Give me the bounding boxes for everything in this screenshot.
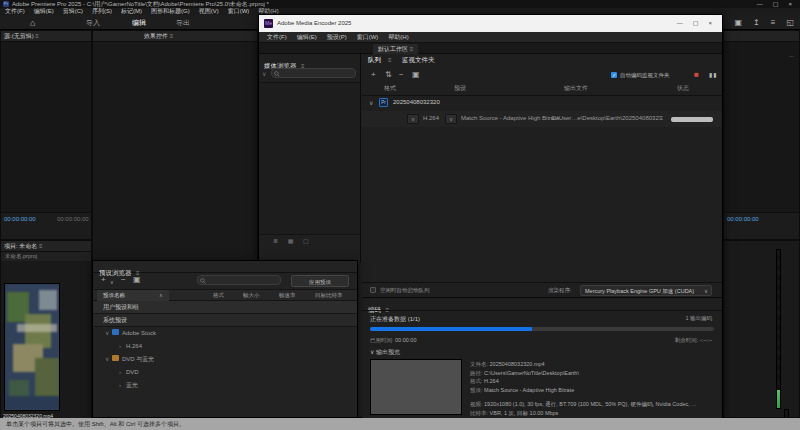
job-preset[interactable]: Match Source - Adaptive High Bitrate: [461, 115, 559, 121]
detail-path-value: C:\Users\GamerNoTitle\Desktop\Earth\: [484, 370, 579, 376]
preset-search-input[interactable]: [197, 275, 281, 285]
preset-group-user[interactable]: 用户预设和组: [93, 301, 357, 314]
tab-queue[interactable]: 队列: [368, 54, 381, 66]
preset-tree-bluray[interactable]: ›蓝光: [93, 379, 357, 392]
fullscreen-icon[interactable]: ◱: [786, 18, 794, 28]
queue-job-row[interactable]: ∨ Pr 20250408032320: [362, 96, 722, 111]
job-output-path[interactable]: C:\User…e\Desktop\Earth\20250408032320.m…: [551, 115, 663, 121]
add-output-icon[interactable]: ⇅: [385, 69, 392, 81]
chevron-right-icon[interactable]: ›: [119, 340, 126, 353]
preview-icon[interactable]: ▢: [303, 238, 309, 244]
list-view-icon[interactable]: ≣: [273, 238, 278, 244]
menu-help[interactable]: 帮助(H): [388, 32, 408, 42]
add-source-icon[interactable]: +: [371, 69, 376, 81]
menu-graphics[interactable]: 图形和标题(G): [151, 8, 190, 15]
chevron-down-icon[interactable]: ∨: [369, 99, 373, 106]
menu-edit[interactable]: 编辑(E): [34, 8, 54, 15]
preset-tree-dvd[interactable]: ›DVD: [93, 366, 357, 379]
remove-icon[interactable]: −: [399, 69, 404, 81]
menu-file[interactable]: 文件(F): [267, 32, 287, 42]
workspace-tab-import[interactable]: 导入: [86, 18, 100, 28]
preset-tree-h264[interactable]: ›H.264: [93, 340, 357, 353]
close-icon[interactable]: ×: [788, 0, 792, 8]
maximize-icon[interactable]: ▢: [773, 0, 779, 8]
idle-auto-checkbox[interactable]: ✓: [370, 287, 376, 293]
source-timecode: 00:00:00:00: [4, 216, 36, 222]
share-icon[interactable]: ↥: [753, 18, 760, 28]
panel-menu-icon[interactable]: ≡: [35, 33, 39, 39]
tab-watch-folders[interactable]: 监视文件夹: [402, 54, 435, 66]
duplicate-icon[interactable]: ▣: [412, 69, 420, 81]
column-status[interactable]: 状态: [677, 84, 689, 93]
quick-export-icon[interactable]: ▣: [735, 18, 743, 28]
output-preview-toggle[interactable]: ∨ 输出预览: [370, 348, 400, 357]
column-format[interactable]: 格式: [384, 84, 396, 93]
preset-settings-icon[interactable]: ▣: [133, 274, 141, 286]
chevron-right-icon[interactable]: ›: [119, 366, 126, 379]
chevron-right-icon[interactable]: ›: [119, 379, 126, 392]
queue-output-row[interactable]: ∨ H.264 ∨ Match Source - Adaptive High B…: [362, 111, 722, 127]
pause-queue-icon[interactable]: ▮▮: [709, 71, 718, 78]
maximize-icon[interactable]: ▢: [693, 15, 699, 32]
menu-preset[interactable]: 预设(P): [327, 32, 347, 42]
column-preset[interactable]: 预设: [454, 84, 466, 93]
column-frame-rate[interactable]: 帧速率: [279, 292, 296, 299]
home-icon[interactable]: ⌂: [30, 17, 35, 29]
tab-project[interactable]: 项目: 未命名: [1, 243, 37, 249]
apply-preset-button[interactable]: 应用预设: [291, 275, 349, 287]
panel-menu-icon[interactable]: ≡: [39, 243, 43, 249]
preset-tree-adobe-stock[interactable]: ∨Adobe Stock: [93, 327, 357, 340]
minimize-icon[interactable]: —: [677, 15, 683, 32]
menu-marker[interactable]: 标记(M): [121, 8, 142, 15]
auto-encode-checkbox[interactable]: ✓: [611, 72, 617, 78]
stop-queue-icon[interactable]: ■: [694, 70, 699, 79]
menu-file[interactable]: 文件(F): [5, 8, 25, 15]
menu-sequence[interactable]: 序列(S): [92, 8, 112, 15]
column-target-bitrate[interactable]: 目标比特率: [315, 292, 343, 299]
tab-effect-controls[interactable]: 效果控件: [93, 33, 168, 39]
detail-filename-value: 20250408032320.mp4: [490, 361, 545, 367]
panel-menu-icon[interactable]: ≡: [388, 57, 392, 63]
project-file-label[interactable]: 未命名.prproj: [1, 252, 91, 261]
folder-icon: [112, 355, 119, 361]
close-icon[interactable]: ×: [708, 15, 712, 32]
me-workspace-tab[interactable]: 默认工作区 ≡: [373, 44, 418, 54]
thumbnail-view-icon[interactable]: ▦: [288, 238, 294, 244]
media-browser-search-input[interactable]: [271, 68, 356, 78]
menu-edit[interactable]: 编辑(E): [297, 32, 317, 42]
panel-menu-icon[interactable]: ≡: [170, 33, 174, 39]
clip-thumbnail[interactable]: [4, 283, 60, 411]
menu-clip[interactable]: 剪辑(C): [63, 8, 83, 15]
preset-tree-dvd-bluray[interactable]: ∨DVD 与蓝光: [93, 353, 357, 366]
menu-view[interactable]: 视图(V): [199, 8, 219, 15]
job-status-bar: [671, 117, 713, 122]
premiere-source-icon: Pr: [379, 98, 388, 107]
chevron-down-icon[interactable]: ∨: [105, 353, 112, 366]
sort-asc-icon: ∧: [159, 292, 163, 298]
new-preset-icon[interactable]: +: [101, 274, 106, 286]
column-output[interactable]: 输出文件: [564, 84, 588, 93]
renderer-dropdown[interactable]: Mercury Playback Engine GPU 加速 (CUDA) ∨: [580, 285, 712, 296]
minimize-icon[interactable]: —: [757, 0, 763, 8]
preset-browser-panel: 预设浏览器 ≡ + ∨ − ▣ 应用预设 预设名称 ∧ 格式 帧大小 帧速率 目…: [92, 260, 358, 418]
job-format[interactable]: H.264: [423, 115, 439, 121]
media-browser-tree[interactable]: [259, 82, 360, 234]
chevron-down-icon[interactable]: ∨: [110, 276, 114, 288]
workspace-tab-edit[interactable]: 编辑: [132, 18, 146, 28]
panel-overflow-icon[interactable]: ...: [789, 52, 794, 58]
tab-source[interactable]: 源:(无剪辑): [1, 33, 34, 39]
preset-group-system[interactable]: 系统预设: [93, 314, 357, 327]
delete-preset-icon[interactable]: −: [121, 274, 126, 286]
column-preset-name[interactable]: 预设名称: [103, 292, 125, 299]
workspace-tab-export[interactable]: 导出: [176, 18, 190, 28]
preset-dropdown[interactable]: ∨: [445, 114, 457, 124]
column-format[interactable]: 格式: [213, 292, 224, 299]
format-dropdown[interactable]: ∨: [407, 114, 419, 124]
menu-window[interactable]: 窗口(W): [228, 8, 250, 15]
premiere-window-title: Adobe Premiere Pro 2025 - C:\用户\GamerNoT…: [12, 0, 269, 8]
chevron-down-icon[interactable]: ∨: [105, 327, 112, 340]
menu-window[interactable]: 窗口(W): [357, 32, 379, 42]
workspaces-icon[interactable]: ≡: [771, 18, 776, 28]
history-icon[interactable]: ∨: [262, 70, 266, 77]
column-frame-size[interactable]: 帧大小: [243, 292, 260, 299]
